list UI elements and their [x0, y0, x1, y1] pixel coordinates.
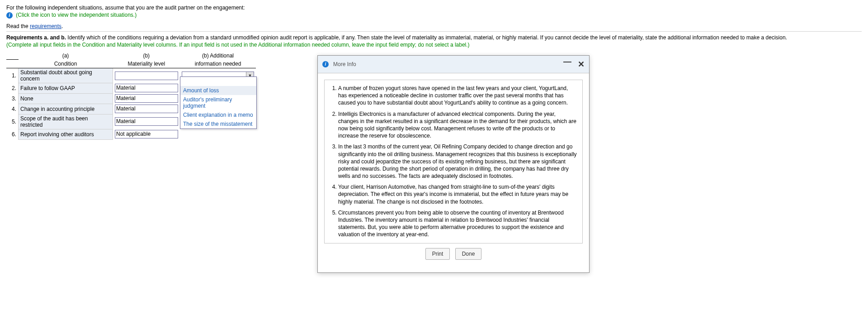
materiality-select[interactable]: Material: [115, 105, 178, 113]
divider: [6, 31, 862, 32]
table-row: 1. Substantial doubt about going concern…: [6, 68, 256, 83]
row-num: 6.: [6, 129, 19, 139]
hdr-b: (b): [113, 52, 180, 60]
situation-item: A number of frozen yogurt stores have op…: [338, 85, 577, 107]
hdr-info: information needed: [180, 60, 256, 68]
hdr-materiality: Materiality level: [113, 60, 180, 68]
modal-title: More Info: [333, 61, 356, 67]
minimize-icon[interactable]: —: [563, 59, 571, 69]
req-helper: (Complete all input fields in the Condit…: [6, 42, 862, 48]
condition-cell[interactable]: Failure to follow GAAP: [19, 83, 113, 93]
materiality-select[interactable]: [115, 72, 178, 80]
hdr-condition: Condition: [19, 60, 113, 68]
condition-cell[interactable]: Report involving other auditors: [19, 129, 113, 139]
intro-icon-hint: (Click the icon to view the independent …: [16, 12, 137, 18]
intro-line1: For the following independent situations…: [6, 5, 862, 11]
requirements-link[interactable]: requirements: [30, 23, 61, 29]
row-num: 1.: [6, 68, 19, 83]
close-icon[interactable]: ✕: [578, 59, 585, 69]
req-lead: Requirements a. and b.: [6, 34, 66, 41]
table-row: 6. Report involving other auditors Not a…: [6, 129, 256, 139]
info-icon: i: [322, 61, 329, 67]
modal-content: A number of frozen yogurt stores have op…: [324, 80, 583, 143]
condition-cell[interactable]: Change in accounting principle: [19, 104, 113, 114]
req-body: Identify which of the conditions requiri…: [66, 34, 787, 41]
addinfo-dropdown-list: Amount of loss Auditor's preliminary jud…: [180, 76, 257, 129]
condition-cell[interactable]: Substantial doubt about going concern: [19, 68, 113, 83]
situation-item: Intelligis Electronics is a manufacturer…: [338, 110, 577, 140]
dropdown-option[interactable]: Client explanation in a memo: [180, 110, 256, 119]
hdr-badd: (b) Additional: [180, 52, 256, 60]
situation-item: In the last 3 months of the current year…: [338, 143, 577, 143]
period: .: [61, 23, 63, 29]
more-info-modal: i More Info — ✕ A number of frozen yogur…: [317, 55, 590, 143]
dropdown-option[interactable]: Amount of loss: [180, 86, 256, 95]
materiality-select[interactable]: Material: [115, 84, 178, 92]
materiality-select[interactable]: Material: [115, 94, 178, 103]
row-num: 2.: [6, 83, 19, 93]
dropdown-option-blank[interactable]: [180, 77, 256, 86]
dropdown-option[interactable]: The size of the misstatement: [180, 119, 256, 129]
read-the-text: Read the: [6, 23, 30, 29]
row-num: 5.: [6, 114, 19, 129]
condition-cell[interactable]: None: [19, 93, 113, 104]
info-icon[interactable]: i: [6, 12, 13, 19]
materiality-select[interactable]: Material: [115, 117, 178, 126]
row-num: 4.: [6, 104, 19, 114]
materiality-select[interactable]: Not applicable: [115, 130, 178, 138]
row-num: 3.: [6, 93, 19, 104]
hdr-a: (a): [19, 52, 113, 60]
dropdown-option[interactable]: Auditor's preliminary judgment: [180, 95, 256, 110]
condition-cell[interactable]: Scope of the audit has been restricted: [19, 114, 113, 129]
answer-table: (a) (b) (b) Additional Condition Materia…: [6, 52, 256, 140]
